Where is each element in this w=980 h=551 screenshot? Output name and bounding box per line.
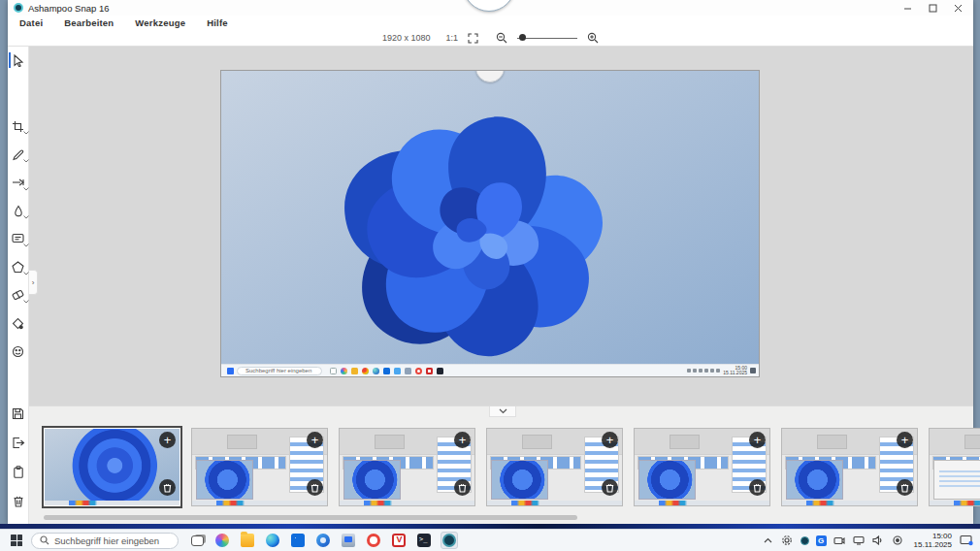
bloom-wallpaper-image <box>221 71 759 364</box>
captured-store-icon <box>383 368 390 374</box>
captured-taskbar-icons <box>330 368 443 374</box>
thumbnail-delete-button[interactable] <box>749 479 766 496</box>
chevron-down-icon[interactable] <box>23 272 29 276</box>
thumbnail-add-button[interactable]: + <box>454 432 471 448</box>
thumbnail-scrollbar[interactable] <box>44 515 973 521</box>
task-view-button[interactable] <box>188 532 206 549</box>
chevron-down-icon[interactable] <box>23 159 29 163</box>
thumbnail-desktop-4[interactable]: + <box>486 428 623 506</box>
chevron-down-icon[interactable] <box>23 131 29 135</box>
notification-center-icon[interactable] <box>959 534 974 547</box>
thumbnail-mini-taskbar <box>487 501 622 505</box>
chevron-down-icon[interactable] <box>23 243 29 247</box>
content-row: › <box>8 47 973 524</box>
vivaldi-button[interactable] <box>390 532 408 549</box>
file-explorer-button[interactable] <box>239 532 256 549</box>
fit-screen-icon[interactable] <box>468 33 478 44</box>
pencil-tool-button[interactable] <box>8 143 29 166</box>
thumbnail-add-button[interactable]: + <box>159 432 176 448</box>
photos-button[interactable] <box>314 532 332 549</box>
thumbnail-add-button[interactable]: + <box>602 432 618 448</box>
captured-taskview-icon <box>330 368 337 374</box>
terminal-button[interactable] <box>415 532 433 549</box>
thumbnail-add-button[interactable]: + <box>897 432 913 448</box>
g-app-tray-icon[interactable]: G <box>816 535 827 546</box>
emoticon-tool-button[interactable] <box>8 340 29 363</box>
captured-show-desktop-icon <box>750 368 756 373</box>
eraser-tool-button[interactable] <box>8 283 29 307</box>
thumbnail-row: + + <box>44 428 980 506</box>
ashampoo-snap-button[interactable] <box>441 532 458 549</box>
thumbnail-delete-button[interactable] <box>602 479 618 496</box>
stamp-tool-button[interactable] <box>8 311 29 335</box>
delete-button[interactable] <box>8 489 29 512</box>
edge-button[interactable] <box>264 532 281 549</box>
thumbnail-delete-button[interactable] <box>897 479 913 496</box>
thumbnail-delete-button[interactable] <box>159 479 176 496</box>
snap-tray-icon[interactable] <box>800 536 809 545</box>
zoom-ratio-label[interactable]: 1:1 <box>446 33 459 43</box>
thumbnail-desktop-3[interactable]: + <box>339 428 475 506</box>
chevron-down-icon[interactable] <box>23 215 29 219</box>
captured-terminal-icon <box>437 368 443 374</box>
zoom-out-icon[interactable] <box>496 32 507 44</box>
thumbnail-delete-button[interactable] <box>454 479 471 496</box>
maximize-button[interactable] <box>927 2 938 14</box>
thumbnail-desktop-5[interactable]: + <box>634 428 770 506</box>
clock-date: 15.11.2025 <box>914 540 952 549</box>
paint-button[interactable] <box>340 532 357 549</box>
thumbnail-bloom[interactable]: + <box>44 428 180 506</box>
text-note-tool-button[interactable] <box>8 227 29 250</box>
thumbnail-scrollbar-thumb[interactable] <box>44 515 577 520</box>
thumbnail-delete-button[interactable] <box>307 479 323 496</box>
menu-werkzeuge[interactable]: Werkzeuge <box>135 17 185 28</box>
export-button[interactable] <box>8 431 29 454</box>
blur-drop-tool-button[interactable] <box>8 199 29 222</box>
settings-gear-icon[interactable] <box>781 535 794 547</box>
captured-opera-icon <box>415 368 422 374</box>
copilot-button[interactable] <box>213 532 231 549</box>
zoom-slider[interactable] <box>517 33 577 43</box>
network-display-icon[interactable] <box>853 535 866 547</box>
volume-icon[interactable] <box>872 535 885 547</box>
thumbnail-desktop-7[interactable]: + <box>929 428 980 506</box>
chevron-down-icon[interactable] <box>23 187 29 191</box>
save-button[interactable] <box>8 402 29 425</box>
taskbar-app-icons <box>188 532 458 549</box>
start-button[interactable] <box>6 531 27 550</box>
thumbnail-panel: + + <box>29 405 973 524</box>
thumbnail-desktop-2[interactable]: + <box>191 428 328 506</box>
thumbnail-desktop-6[interactable]: + <box>781 428 918 506</box>
window-title: Ashampoo Snap 16 <box>28 3 109 14</box>
arrow-tool-button[interactable] <box>8 171 29 194</box>
opera-button[interactable] <box>365 532 382 549</box>
chevron-down-icon[interactable] <box>23 300 29 304</box>
menu-hilfe[interactable]: Hilfe <box>207 17 228 28</box>
thumbnail-add-button[interactable]: + <box>307 432 323 448</box>
microsoft-store-button[interactable] <box>289 532 307 549</box>
taskbar-clock[interactable]: 15:00 15.11.2025 <box>914 532 952 549</box>
captured-taskbar: Suchbegriff hier eingeben <box>221 364 759 376</box>
zoom-in-icon[interactable] <box>587 32 599 44</box>
panel-expand-chevron[interactable]: › <box>29 270 38 295</box>
windows-logo-icon <box>11 535 22 546</box>
clipboard-button[interactable] <box>8 460 29 483</box>
panel-collapse-button[interactable] <box>489 406 516 417</box>
shape-pentagon-tool-button[interactable] <box>8 255 29 278</box>
canvas-area[interactable]: › <box>29 47 973 405</box>
menu-bearbeiten[interactable]: Bearbeiten <box>64 17 114 28</box>
minimize-button[interactable] <box>901 2 913 14</box>
zoom-toolbar: 1920 x 1080 1:1 <box>8 30 973 47</box>
captured-screenshot[interactable]: Suchbegriff hier eingeben <box>221 71 759 376</box>
menu-datei[interactable]: Datei <box>19 17 43 28</box>
taskbar-search-input[interactable]: Suchbegriff hier eingeben <box>31 533 179 549</box>
select-tool-button[interactable] <box>8 49 29 72</box>
thumbnail-add-button[interactable]: + <box>749 432 766 448</box>
crop-tool-button[interactable] <box>8 114 29 138</box>
close-button[interactable] <box>952 2 964 14</box>
update-ring-icon[interactable] <box>892 535 904 547</box>
hidden-icons-chevron[interactable] <box>762 535 774 547</box>
zoom-slider-knob[interactable] <box>519 34 526 41</box>
camera-tray-icon[interactable] <box>833 535 846 547</box>
captured-copilot-icon <box>341 368 347 374</box>
